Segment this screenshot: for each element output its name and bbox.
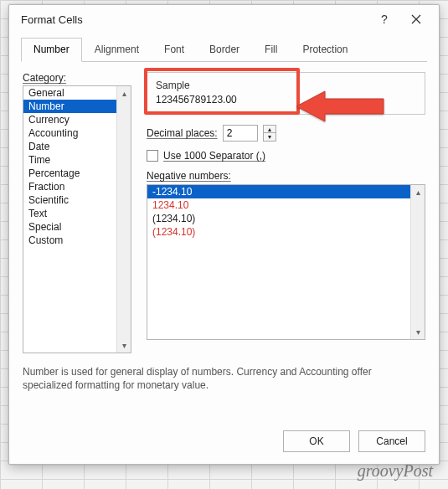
dialog-body: Category: General Number Currency Accoun… bbox=[9, 62, 439, 422]
ok-button[interactable]: OK bbox=[283, 430, 350, 452]
main-row: Category: General Number Currency Accoun… bbox=[23, 72, 425, 353]
category-item-text[interactable]: Text bbox=[23, 207, 116, 220]
tab-protection[interactable]: Protection bbox=[290, 38, 360, 62]
spinner-up-icon[interactable]: ▴ bbox=[264, 126, 275, 133]
tab-alignment[interactable]: Alignment bbox=[82, 38, 152, 62]
negative-option-2[interactable]: 1234.10 bbox=[147, 198, 410, 212]
scroll-down-icon[interactable]: ▾ bbox=[411, 325, 425, 339]
tab-number[interactable]: Number bbox=[21, 38, 82, 62]
category-label: Category: bbox=[23, 72, 131, 84]
negative-numbers-listbox[interactable]: -1234.10 1234.10 (1234.10) (1234.10) ▴ ▾ bbox=[147, 184, 425, 340]
negative-numbers-label: Negative numbers: bbox=[147, 170, 231, 182]
thousands-separator-checkbox[interactable] bbox=[147, 150, 158, 162]
thousands-separator-label[interactable]: Use 1000 Separator (,) bbox=[163, 150, 265, 162]
decimal-places-spinner[interactable]: ▴ ▾ bbox=[263, 125, 276, 142]
decimal-places-row: Decimal places: ▴ ▾ bbox=[147, 125, 425, 142]
dialog-title: Format Cells bbox=[21, 13, 368, 26]
decimal-places-label: Decimal places: bbox=[147, 127, 218, 139]
negative-numbers-section: Negative numbers: -1234.10 1234.10 (1234… bbox=[147, 170, 425, 340]
tab-font[interactable]: Font bbox=[152, 38, 197, 62]
scroll-track[interactable] bbox=[117, 100, 131, 338]
tab-border[interactable]: Border bbox=[197, 38, 252, 62]
scroll-down-icon[interactable]: ▾ bbox=[117, 338, 131, 353]
negative-scrollbar[interactable]: ▴ ▾ bbox=[410, 185, 425, 339]
category-items: General Number Currency Accounting Date … bbox=[23, 86, 116, 247]
thousands-separator-row: Use 1000 Separator (,) bbox=[147, 150, 425, 162]
category-item-special[interactable]: Special bbox=[23, 220, 116, 234]
negative-option-4[interactable]: (1234.10) bbox=[147, 225, 410, 239]
category-item-currency[interactable]: Currency bbox=[23, 113, 116, 126]
category-item-custom[interactable]: Custom bbox=[23, 234, 116, 247]
category-item-scientific[interactable]: Scientific bbox=[23, 193, 116, 207]
category-scrollbar[interactable]: ▴ ▾ bbox=[116, 86, 131, 353]
negative-option-3[interactable]: (1234.10) bbox=[147, 212, 410, 225]
category-listbox[interactable]: General Number Currency Accounting Date … bbox=[23, 85, 131, 353]
format-description: Number is used for general display of nu… bbox=[23, 365, 416, 392]
negative-option-1[interactable]: -1234.10 bbox=[147, 185, 410, 198]
sample-label: Sample bbox=[156, 80, 416, 91]
cancel-button[interactable]: Cancel bbox=[358, 430, 425, 452]
category-item-fraction[interactable]: Fraction bbox=[23, 180, 116, 193]
options-column: Sample 123456789123.00 Decimal places: ▴… bbox=[147, 72, 425, 353]
decimal-places-input[interactable] bbox=[223, 125, 258, 142]
format-cells-dialog: Format Cells ? Number Alignment Font Bor… bbox=[8, 4, 440, 465]
category-item-number[interactable]: Number bbox=[23, 100, 116, 113]
category-item-time[interactable]: Time bbox=[23, 153, 116, 167]
titlebar: Format Cells ? bbox=[9, 5, 439, 33]
sample-value: 123456789123.00 bbox=[156, 94, 416, 106]
close-icon bbox=[411, 14, 421, 24]
close-button[interactable] bbox=[400, 5, 432, 33]
scroll-up-icon[interactable]: ▴ bbox=[117, 86, 131, 100]
scroll-track[interactable] bbox=[411, 199, 425, 325]
annotation-highlight-box bbox=[144, 68, 300, 115]
tab-strip: Number Alignment Font Border Fill Protec… bbox=[21, 37, 427, 62]
category-item-date[interactable]: Date bbox=[23, 140, 116, 153]
spinner-down-icon[interactable]: ▾ bbox=[264, 133, 275, 141]
dialog-footer: OK Cancel bbox=[9, 422, 439, 464]
category-item-percentage[interactable]: Percentage bbox=[23, 167, 116, 180]
help-button[interactable]: ? bbox=[368, 5, 400, 33]
scroll-up-icon[interactable]: ▴ bbox=[411, 185, 425, 199]
sample-group: Sample 123456789123.00 bbox=[147, 72, 425, 115]
category-item-accounting[interactable]: Accounting bbox=[23, 126, 116, 140]
category-column: Category: General Number Currency Accoun… bbox=[23, 72, 131, 353]
category-item-general[interactable]: General bbox=[23, 86, 116, 100]
tab-fill[interactable]: Fill bbox=[252, 38, 290, 62]
